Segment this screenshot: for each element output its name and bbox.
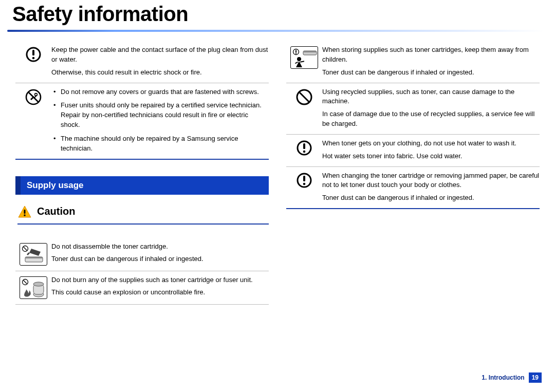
safety-para: Using recycled supplies, such as toner, … bbox=[322, 87, 540, 107]
safety-para: In case of damage due to the use of recy… bbox=[322, 109, 540, 129]
safety-para: When storing supplies such as toner cart… bbox=[322, 45, 540, 65]
safety-text: When toner gets on your clothing, do not… bbox=[322, 139, 540, 161]
safety-row: When changing the toner cartridge or rem… bbox=[286, 167, 540, 210]
svg-rect-1 bbox=[32, 50, 34, 55]
safety-para: Do not burn any of the supplies such as … bbox=[51, 275, 269, 285]
no-burn-supplies-icon bbox=[15, 275, 51, 299]
safety-para: When changing the toner cartridge or rem… bbox=[322, 171, 540, 191]
safety-bullet: Do not remove any covers or guards that … bbox=[53, 87, 269, 97]
safety-text: Do not burn any of the supplies such as … bbox=[51, 275, 269, 299]
svg-rect-25 bbox=[300, 61, 304, 62]
exclaim-circle-icon bbox=[286, 171, 322, 203]
safety-para: Do not disassemble the toner cartridge. bbox=[51, 242, 269, 252]
caution-heading: Caution bbox=[17, 205, 269, 225]
content-columns: Keep the power cable and the contact sur… bbox=[0, 32, 555, 305]
safety-para: When toner gets on your clothing, do not… bbox=[322, 139, 540, 148]
safety-row: When toner gets on your clothing, do not… bbox=[286, 135, 540, 167]
svg-rect-7 bbox=[24, 210, 26, 214]
safety-para: Toner dust can be dangerous if inhaled o… bbox=[51, 254, 269, 264]
safety-para: Otherwise, this could result in electric… bbox=[51, 68, 269, 78]
safety-bullet: The machine should only be repaired by a… bbox=[53, 134, 269, 154]
right-column: When storing supplies such as toner cart… bbox=[286, 41, 540, 305]
footer-chapter: 1. Introduction bbox=[482, 374, 524, 381]
safety-text: Using recycled supplies, such as toner, … bbox=[322, 87, 540, 129]
safety-text: When changing the toner cartridge or rem… bbox=[322, 171, 540, 203]
safety-para: Toner dust can be dangerous if inhaled o… bbox=[322, 68, 540, 78]
svg-point-33 bbox=[303, 182, 306, 185]
caution-label: Caution bbox=[37, 206, 75, 217]
safety-row: When storing supplies such as toner cart… bbox=[286, 41, 540, 83]
no-disassemble-toner-icon bbox=[15, 242, 51, 266]
title-underline bbox=[7, 30, 544, 32]
safety-para: Toner dust can be dangerous if inhaled o… bbox=[322, 193, 540, 203]
warning-triangle-icon bbox=[17, 205, 32, 218]
svg-point-8 bbox=[24, 214, 26, 216]
safety-row: Using recycled supplies, such as toner, … bbox=[286, 83, 540, 135]
left-column: Keep the power cable and the contact sur… bbox=[15, 41, 269, 305]
safety-text: When storing supplies such as toner cart… bbox=[322, 45, 540, 78]
svg-point-23 bbox=[297, 57, 301, 61]
svg-point-30 bbox=[303, 151, 306, 153]
safety-para: Keep the power cable and the contact sur… bbox=[51, 45, 269, 65]
safety-row: Keep the power cable and the contact sur… bbox=[15, 41, 269, 83]
safety-text: Do not disassemble the toner cartridge. … bbox=[51, 242, 269, 266]
safety-row: Do not disassemble the toner cartridge. … bbox=[15, 238, 269, 271]
footer-page-number: 19 bbox=[529, 372, 542, 383]
svg-rect-24 bbox=[295, 62, 298, 64]
exclaim-circle-icon bbox=[15, 45, 51, 78]
safety-row: Do not remove any covers or guards that … bbox=[15, 83, 269, 160]
safety-text: Keep the power cable and the contact sur… bbox=[51, 45, 269, 78]
prohibit-circle-icon bbox=[286, 87, 322, 129]
svg-line-27 bbox=[300, 92, 309, 102]
no-tools-icon bbox=[15, 87, 51, 154]
keep-away-children-icon bbox=[286, 45, 322, 78]
svg-point-2 bbox=[32, 57, 35, 60]
safety-bullet: Fuser units should only be repaired by a… bbox=[53, 101, 269, 130]
svg-point-17 bbox=[33, 282, 44, 286]
page-title: Safety information bbox=[0, 0, 555, 30]
section-heading-bar: Supply usage bbox=[15, 176, 269, 195]
svg-rect-32 bbox=[303, 176, 305, 181]
safety-row: Do not burn any of the supplies such as … bbox=[15, 271, 269, 305]
svg-rect-12 bbox=[25, 257, 43, 258]
page-footer: 1. Introduction 19 bbox=[482, 372, 542, 383]
svg-rect-22 bbox=[303, 51, 317, 52]
exclaim-circle-icon bbox=[286, 139, 322, 161]
safety-para: Hot water sets toner into fabric. Use co… bbox=[322, 152, 540, 161]
svg-rect-29 bbox=[303, 143, 305, 149]
safety-text: Do not remove any covers or guards that … bbox=[51, 87, 269, 154]
safety-para: This could cause an explosion or uncontr… bbox=[51, 288, 269, 297]
